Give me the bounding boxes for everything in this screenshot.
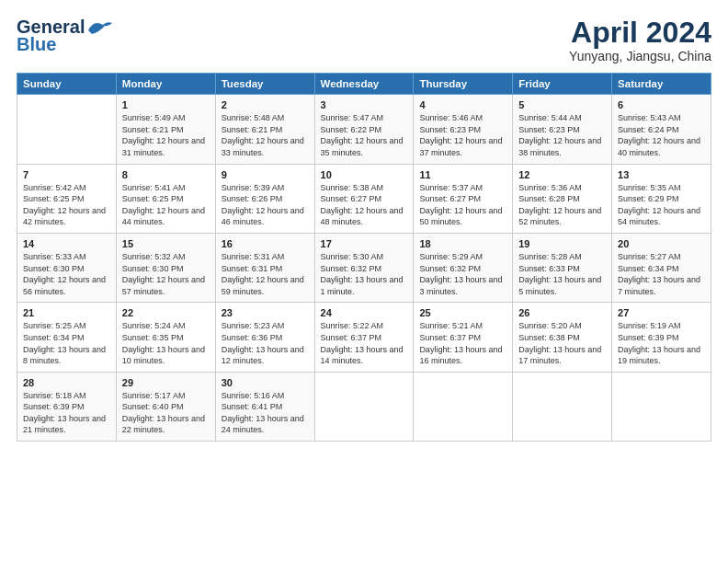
day-cell: 17Sunrise: 5:30 AMSunset: 6:32 PMDayligh… — [314, 233, 414, 302]
day-cell: 24Sunrise: 5:22 AMSunset: 6:37 PMDayligh… — [314, 303, 414, 372]
day-number: 3 — [321, 99, 408, 110]
day-cell: 13Sunrise: 5:35 AMSunset: 6:29 PMDayligh… — [612, 164, 711, 233]
day-cell: 12Sunrise: 5:36 AMSunset: 6:28 PMDayligh… — [513, 164, 612, 233]
day-info: Sunrise: 5:33 AMSunset: 6:30 PMDaylight:… — [23, 251, 110, 297]
day-cell: 14Sunrise: 5:33 AMSunset: 6:30 PMDayligh… — [17, 233, 117, 302]
day-cell: 15Sunrise: 5:32 AMSunset: 6:30 PMDayligh… — [116, 233, 215, 302]
day-info: Sunrise: 5:18 AMSunset: 6:39 PMDaylight:… — [23, 390, 110, 436]
day-cell: 27Sunrise: 5:19 AMSunset: 6:39 PMDayligh… — [612, 303, 711, 372]
day-cell: 16Sunrise: 5:31 AMSunset: 6:31 PMDayligh… — [215, 233, 314, 302]
logo: General Blue — [17, 17, 114, 55]
day-cell: 22Sunrise: 5:24 AMSunset: 6:35 PMDayligh… — [116, 303, 215, 372]
day-number: 20 — [618, 238, 705, 249]
day-cell: 1Sunrise: 5:49 AMSunset: 6:21 PMDaylight… — [116, 95, 215, 164]
day-info: Sunrise: 5:37 AMSunset: 6:27 PMDaylight:… — [419, 182, 506, 228]
day-number: 24 — [321, 307, 408, 318]
day-info: Sunrise: 5:20 AMSunset: 6:38 PMDaylight:… — [518, 320, 606, 366]
day-info: Sunrise: 5:29 AMSunset: 6:32 PMDaylight:… — [419, 251, 506, 297]
day-info: Sunrise: 5:41 AMSunset: 6:25 PMDaylight:… — [122, 182, 210, 228]
day-info: Sunrise: 5:47 AMSunset: 6:22 PMDaylight:… — [321, 112, 408, 158]
day-number: 10 — [321, 169, 408, 180]
column-header-saturday: Saturday — [612, 74, 711, 95]
day-cell — [513, 372, 612, 441]
day-number: 8 — [122, 169, 210, 180]
day-number: 16 — [222, 238, 309, 249]
day-cell — [612, 372, 711, 441]
day-info: Sunrise: 5:38 AMSunset: 6:27 PMDaylight:… — [321, 182, 408, 228]
column-header-friday: Friday — [513, 74, 612, 95]
column-header-wednesday: Wednesday — [314, 74, 414, 95]
logo-bird-icon — [86, 17, 114, 38]
day-cell: 30Sunrise: 5:16 AMSunset: 6:41 PMDayligh… — [215, 372, 314, 441]
day-number: 9 — [222, 169, 309, 180]
day-cell — [414, 372, 513, 441]
day-cell — [17, 95, 117, 164]
day-info: Sunrise: 5:30 AMSunset: 6:32 PMDaylight:… — [321, 251, 408, 297]
day-info: Sunrise: 5:43 AMSunset: 6:24 PMDaylight:… — [618, 112, 705, 158]
day-info: Sunrise: 5:27 AMSunset: 6:34 PMDaylight:… — [618, 251, 705, 297]
day-cell: 26Sunrise: 5:20 AMSunset: 6:38 PMDayligh… — [513, 303, 612, 372]
day-number: 2 — [222, 99, 309, 110]
day-cell: 11Sunrise: 5:37 AMSunset: 6:27 PMDayligh… — [414, 164, 513, 233]
day-info: Sunrise: 5:22 AMSunset: 6:37 PMDaylight:… — [321, 320, 408, 366]
day-number: 12 — [518, 169, 606, 180]
week-row-4: 21Sunrise: 5:25 AMSunset: 6:34 PMDayligh… — [17, 303, 711, 372]
day-number: 27 — [618, 307, 705, 318]
day-number: 11 — [419, 169, 506, 180]
week-row-5: 28Sunrise: 5:18 AMSunset: 6:39 PMDayligh… — [17, 372, 711, 441]
day-cell: 6Sunrise: 5:43 AMSunset: 6:24 PMDaylight… — [612, 95, 711, 164]
column-header-thursday: Thursday — [414, 74, 513, 95]
day-number: 21 — [23, 307, 110, 318]
day-number: 19 — [518, 238, 606, 249]
day-cell: 19Sunrise: 5:28 AMSunset: 6:33 PMDayligh… — [513, 233, 612, 302]
day-number: 22 — [122, 307, 210, 318]
day-info: Sunrise: 5:42 AMSunset: 6:25 PMDaylight:… — [23, 182, 110, 228]
day-cell: 18Sunrise: 5:29 AMSunset: 6:32 PMDayligh… — [414, 233, 513, 302]
day-info: Sunrise: 5:21 AMSunset: 6:37 PMDaylight:… — [419, 320, 506, 366]
day-number: 7 — [23, 169, 110, 180]
day-cell: 7Sunrise: 5:42 AMSunset: 6:25 PMDaylight… — [17, 164, 117, 233]
day-cell: 25Sunrise: 5:21 AMSunset: 6:37 PMDayligh… — [414, 303, 513, 372]
day-info: Sunrise: 5:16 AMSunset: 6:41 PMDaylight:… — [222, 390, 309, 436]
day-info: Sunrise: 5:32 AMSunset: 6:30 PMDaylight:… — [122, 251, 210, 297]
day-cell: 21Sunrise: 5:25 AMSunset: 6:34 PMDayligh… — [17, 303, 117, 372]
day-number: 28 — [23, 377, 110, 388]
calendar-page: General Blue April 2024 Yunyang, Jiangsu… — [0, 0, 728, 563]
day-number: 18 — [419, 238, 506, 249]
day-cell: 8Sunrise: 5:41 AMSunset: 6:25 PMDaylight… — [116, 164, 215, 233]
day-cell: 3Sunrise: 5:47 AMSunset: 6:22 PMDaylight… — [314, 95, 414, 164]
day-info: Sunrise: 5:35 AMSunset: 6:29 PMDaylight:… — [618, 182, 705, 228]
day-info: Sunrise: 5:46 AMSunset: 6:23 PMDaylight:… — [419, 112, 506, 158]
day-number: 5 — [518, 99, 606, 110]
header: General Blue April 2024 Yunyang, Jiangsu… — [17, 17, 711, 63]
day-info: Sunrise: 5:48 AMSunset: 6:21 PMDaylight:… — [222, 112, 309, 158]
day-number: 30 — [222, 377, 309, 388]
day-number: 4 — [419, 99, 506, 110]
day-number: 26 — [518, 307, 606, 318]
header-row: SundayMondayTuesdayWednesdayThursdayFrid… — [17, 74, 711, 95]
day-info: Sunrise: 5:19 AMSunset: 6:39 PMDaylight:… — [618, 320, 705, 366]
day-cell: 5Sunrise: 5:44 AMSunset: 6:23 PMDaylight… — [513, 95, 612, 164]
day-number: 6 — [618, 99, 705, 110]
day-info: Sunrise: 5:44 AMSunset: 6:23 PMDaylight:… — [518, 112, 606, 158]
day-number: 17 — [321, 238, 408, 249]
week-row-2: 7Sunrise: 5:42 AMSunset: 6:25 PMDaylight… — [17, 164, 711, 233]
day-info: Sunrise: 5:24 AMSunset: 6:35 PMDaylight:… — [122, 320, 210, 366]
day-info: Sunrise: 5:39 AMSunset: 6:26 PMDaylight:… — [222, 182, 309, 228]
day-cell: 29Sunrise: 5:17 AMSunset: 6:40 PMDayligh… — [116, 372, 215, 441]
day-number: 15 — [122, 238, 210, 249]
day-info: Sunrise: 5:36 AMSunset: 6:28 PMDaylight:… — [518, 182, 606, 228]
week-row-3: 14Sunrise: 5:33 AMSunset: 6:30 PMDayligh… — [17, 233, 711, 302]
day-number: 1 — [122, 99, 210, 110]
calendar-table: SundayMondayTuesdayWednesdayThursdayFrid… — [17, 73, 711, 442]
day-info: Sunrise: 5:23 AMSunset: 6:36 PMDaylight:… — [222, 320, 309, 366]
title-block: April 2024 Yunyang, Jiangsu, China — [569, 17, 711, 63]
day-cell: 23Sunrise: 5:23 AMSunset: 6:36 PMDayligh… — [215, 303, 314, 372]
column-header-tuesday: Tuesday — [215, 74, 314, 95]
day-cell: 20Sunrise: 5:27 AMSunset: 6:34 PMDayligh… — [612, 233, 711, 302]
day-info: Sunrise: 5:28 AMSunset: 6:33 PMDaylight:… — [518, 251, 606, 297]
day-info: Sunrise: 5:25 AMSunset: 6:34 PMDaylight:… — [23, 320, 110, 366]
day-info: Sunrise: 5:17 AMSunset: 6:40 PMDaylight:… — [122, 390, 210, 436]
day-cell: 10Sunrise: 5:38 AMSunset: 6:27 PMDayligh… — [314, 164, 414, 233]
day-cell: 9Sunrise: 5:39 AMSunset: 6:26 PMDaylight… — [215, 164, 314, 233]
